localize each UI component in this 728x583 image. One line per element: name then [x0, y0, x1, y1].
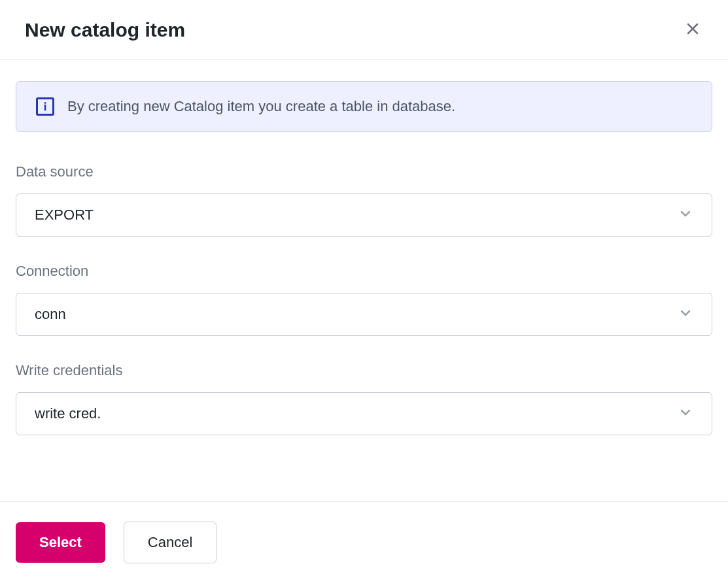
- write-credentials-label: Write credentials: [16, 362, 712, 379]
- chevron-down-icon: [678, 405, 693, 423]
- write-credentials-select[interactable]: write cred.: [16, 392, 712, 435]
- cancel-button[interactable]: Cancel: [124, 522, 217, 563]
- info-message: By creating new Catalog item you create …: [67, 98, 455, 115]
- data-source-value: EXPORT: [35, 207, 94, 224]
- dialog-footer: Select Cancel: [0, 501, 728, 583]
- dialog-header: New catalog item: [0, 0, 728, 60]
- connection-value: conn: [35, 306, 66, 323]
- chevron-down-icon: [678, 305, 693, 324]
- data-source-select[interactable]: EXPORT: [16, 193, 712, 237]
- info-icon: i: [36, 97, 54, 116]
- close-button[interactable]: [682, 18, 703, 41]
- dialog-body: i By creating new Catalog item you creat…: [0, 60, 728, 501]
- close-icon: [685, 21, 701, 39]
- write-credentials-value: write cred.: [35, 405, 101, 422]
- dialog-title: New catalog item: [25, 19, 185, 41]
- connection-label: Connection: [16, 263, 712, 280]
- connection-select[interactable]: conn: [16, 293, 712, 336]
- select-button[interactable]: Select: [16, 522, 105, 563]
- data-source-label: Data source: [16, 163, 712, 180]
- write-credentials-field: Write credentials write cred.: [16, 362, 712, 435]
- new-catalog-item-dialog: New catalog item i By creating new Catal…: [0, 0, 728, 583]
- chevron-down-icon: [678, 206, 693, 224]
- connection-field: Connection conn: [16, 263, 712, 336]
- info-banner: i By creating new Catalog item you creat…: [16, 81, 712, 132]
- data-source-field: Data source EXPORT: [16, 163, 712, 237]
